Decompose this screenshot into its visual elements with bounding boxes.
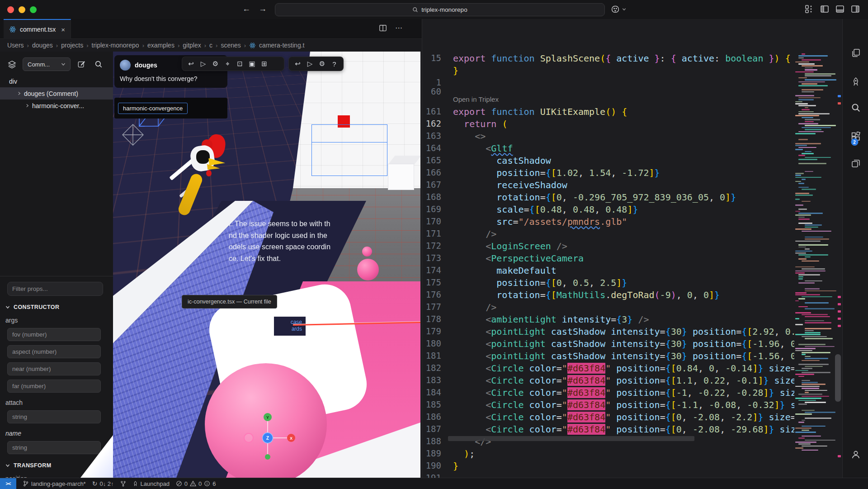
prop-input-string[interactable] [7, 410, 101, 423]
scene-viewport-canvas[interactable]: t. The issue seems to be with thnd the s… [113, 52, 420, 478]
undo-icon[interactable]: ↩ [185, 58, 197, 70]
tree-item-douges-comment-[interactable]: douges (Comment) [0, 87, 113, 100]
toggle-sidebar-right-icon[interactable] [851, 5, 860, 14]
minimap-line [798, 187, 809, 188]
git-branch-item[interactable]: landing-page-march* [23, 480, 86, 487]
minimap-line [798, 276, 803, 278]
toggle-panel-icon[interactable] [835, 5, 844, 14]
line-number: 170 [422, 216, 453, 228]
prop-input-string[interactable] [7, 441, 101, 454]
account-menu-button[interactable] [610, 4, 626, 14]
search-icon[interactable] [851, 103, 861, 114]
frame-icon[interactable]: ⊡ [234, 58, 246, 70]
minimap-line [802, 382, 818, 383]
gizmo-axis-negx[interactable] [244, 433, 253, 442]
help-icon[interactable]: ? [328, 58, 340, 70]
toggle-sidebar-left-icon[interactable] [820, 5, 829, 14]
sync-changes-item[interactable]: ↻ 0↓ 2↑ [92, 480, 114, 487]
settings-icon[interactable]: ⚙ [209, 58, 222, 70]
component-select-dropdown[interactable]: Comm... [23, 57, 71, 71]
minimap-line [798, 81, 825, 83]
minimap-line [805, 151, 811, 152]
code-editor[interactable]: 15export function SplashScene({ active }… [422, 52, 794, 478]
code-line: 184 <Circle color="#d63f84" position={[-… [422, 387, 794, 399]
minimap-line [795, 145, 807, 146]
pages-icon[interactable] [851, 48, 861, 60]
forward-icon[interactable]: → [257, 4, 269, 14]
edit-component-icon[interactable] [75, 58, 88, 71]
breadcrumb-item[interactable]: projects [61, 42, 83, 49]
stack-icon[interactable] [851, 158, 861, 170]
minimap[interactable] [794, 52, 842, 478]
horizontal-scrollbar[interactable] [448, 436, 694, 441]
panels-icon[interactable]: ▣ [246, 58, 258, 70]
command-center-search[interactable]: triplex-monorepo [275, 3, 605, 16]
code-text: } [453, 65, 458, 77]
current-file-tooltip: ic-convergence.tsx — Current file [182, 295, 277, 309]
prop-input-fov[interactable] [7, 328, 101, 341]
breadcrumb-item[interactable]: douges [32, 42, 53, 49]
minimap-line [805, 440, 835, 441]
translate-gizmo[interactable]: Y Z X [240, 410, 298, 469]
wireframe-octahedron [121, 123, 145, 147]
breadcrumb[interactable]: Users›douges›projects›triplex-monorepo›e… [7, 39, 419, 52]
zoom-window-button[interactable] [30, 6, 37, 13]
breadcrumb-item[interactable]: gitplex [183, 42, 201, 49]
pointer-icon[interactable]: ⌖ [222, 58, 234, 70]
breadcrumb-item[interactable]: triplex-monorepo [92, 42, 139, 49]
breadcrumb-item[interactable]: c [209, 42, 212, 49]
filter-props-input[interactable] [7, 282, 103, 296]
tree-item-div[interactable]: div [0, 75, 113, 87]
split-editor-icon[interactable] [379, 24, 387, 32]
gizmo-handle[interactable] [265, 454, 270, 460]
tab-comment-tsx[interactable]: comment.tsx × [4, 19, 71, 39]
tree-item-harmonic-conver-[interactable]: harmonic-conver... [0, 100, 113, 112]
breadcrumb-item[interactable]: examples [147, 42, 175, 49]
comment-tag[interactable]: harmonic-convergence [118, 103, 188, 114]
play-icon[interactable]: ▷ [304, 58, 316, 70]
breadcrumb-item[interactable]: Users [7, 42, 24, 49]
code-text: /> [453, 228, 496, 241]
settings-icon[interactable]: ⚙ [316, 58, 328, 70]
close-window-button[interactable] [7, 6, 14, 13]
minimap-line [798, 254, 828, 256]
remote-indicator-icon[interactable]: >< [0, 478, 16, 489]
extensions-icon[interactable]: 2 [850, 132, 861, 144]
line-number [422, 65, 453, 77]
minimap-line [798, 163, 826, 164]
minimap-line [805, 332, 821, 333]
prop-input-aspect[interactable] [7, 345, 101, 358]
section-header-constructor[interactable]: CONSTRUCTOR [5, 304, 108, 310]
breadcrumb-item[interactable]: scenes [221, 42, 241, 49]
viewport-link[interactable]: ards [274, 326, 302, 332]
codelens-open-in-triplex[interactable]: Open in Triplex [453, 95, 499, 106]
code-line: 182 <Circle color="#d63f84" position={[0… [422, 363, 794, 375]
code-line: 173 <PerspectiveCamera [422, 253, 794, 265]
layers-icon[interactable] [5, 58, 18, 71]
minimap-line [802, 384, 826, 385]
grid-icon[interactable]: ⊞ [258, 58, 270, 70]
undo-icon[interactable]: ↩ [292, 58, 304, 70]
more-actions-icon[interactable]: ⋯ [395, 24, 403, 32]
launchpad-item[interactable]: Launchpad [132, 480, 170, 487]
fork-item[interactable] [120, 481, 126, 487]
minimap-line [805, 322, 831, 323]
line-number: 15 [422, 53, 453, 65]
breadcrumb-file[interactable]: camera-testing.t [259, 42, 304, 49]
prop-input-near[interactable] [7, 362, 101, 375]
code-text: <pointLight castShadow intensity={30} po… [453, 338, 794, 351]
play-icon[interactable]: ▷ [197, 58, 209, 70]
problems-item[interactable]: 0 0 6 [176, 480, 216, 487]
minimap-line [795, 62, 809, 63]
code-text: <Circle color="#d63f84" position={[-1.1,… [453, 399, 794, 412]
account-icon[interactable] [850, 449, 861, 461]
prop-input-far[interactable] [7, 380, 101, 393]
close-tab-icon[interactable]: × [61, 26, 65, 33]
minimize-window-button[interactable] [19, 6, 25, 13]
back-icon[interactable]: ← [241, 4, 252, 14]
rocket-icon[interactable] [851, 77, 861, 89]
search-elements-icon[interactable] [92, 58, 105, 71]
minimap-slider[interactable] [835, 354, 841, 402]
customize-layout-icon[interactable] [805, 5, 814, 14]
code-text: receiveShadow [453, 180, 567, 192]
